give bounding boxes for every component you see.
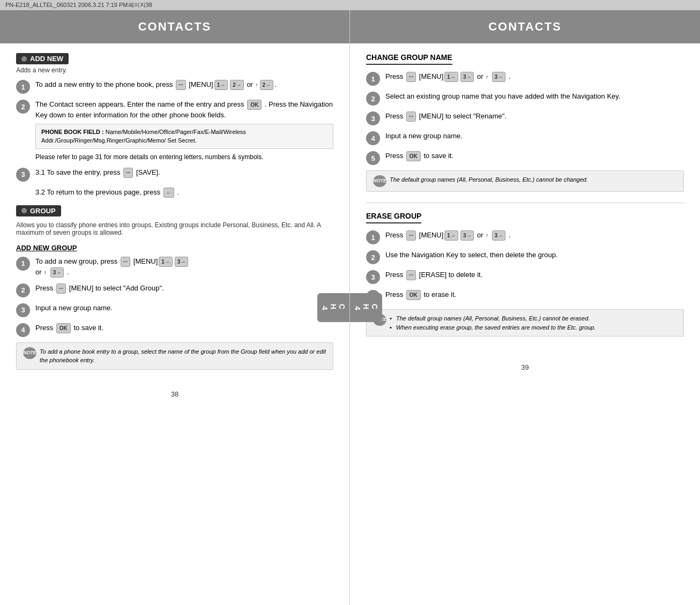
nav-eg2: 3→ xyxy=(460,230,474,241)
up-icon: ↑ xyxy=(256,81,258,89)
left-page-number: 38 xyxy=(0,385,349,404)
note-group-text: To add a phone book entry to a group, se… xyxy=(40,347,326,365)
step-item: 2 Select an existing group name that you… xyxy=(366,91,684,106)
step-3-2-text: 3.2 To return to the previous page, pres… xyxy=(16,187,333,198)
step-item: 1 To add a new group, press ··· [MENU]1→… xyxy=(16,256,333,278)
step-circle-3: 3 xyxy=(16,168,30,182)
eg-circle-1: 1 xyxy=(366,230,380,244)
group-step-circle-1: 1 xyxy=(16,257,30,271)
menu-icon-cg1: ··· xyxy=(406,72,416,82)
nav-cg1: 1→ xyxy=(444,72,458,82)
cg-circle-3: 3 xyxy=(366,111,380,125)
cg-step-2: Select an existing group name that you h… xyxy=(385,91,684,102)
add-new-steps: 1 To add a new entry to the phone book, … xyxy=(16,79,333,182)
cg-step-1: Press ··· [MENU]1→3→ or ↑ 3→ . xyxy=(385,71,684,82)
top-bar: PN-E218_ALLTEL_060321 2006.3.21 7:19 PM페… xyxy=(0,0,700,10)
menu-icon-g: ··· xyxy=(121,257,130,267)
eg-step-1: Press ··· [MENU]1→3→ or ↑ 3→ . xyxy=(385,230,684,241)
save-btn-icon: ··· xyxy=(123,168,133,178)
add-new-subtitle: Adds a new entry. xyxy=(16,66,333,74)
back-icon: ← xyxy=(163,188,174,198)
group-step-circle-3: 3 xyxy=(16,303,30,317)
eg-step-4: Press OK to erase it. xyxy=(385,289,684,300)
note-erase-group-content: The default group names (All, Personal, … xyxy=(390,314,677,332)
change-group-heading: CHANGE GROUP NAME xyxy=(366,53,452,65)
step-item: 4 Press OK to erase it. xyxy=(366,289,684,304)
eg-circle-3: 3 xyxy=(366,270,380,284)
erase-group-heading: ERASE GROUP xyxy=(366,212,421,223)
step-item: 3 Press ··· [MENU] to select "Rename". xyxy=(366,111,684,125)
step-item: 3 Press ··· [ERASE] to delete it. xyxy=(366,270,684,284)
add-new-group-heading: ADD NEW GROUP xyxy=(16,244,333,252)
right-page-number: 39 xyxy=(350,358,700,377)
eg-step-2: Use the Navigation Key to select, then d… xyxy=(385,250,684,260)
right-header-banner: CONTACTS xyxy=(350,10,700,43)
nav-g2: 3→ xyxy=(175,257,189,267)
note-icon: NOTE xyxy=(23,347,36,359)
cg-circle-5: 5 xyxy=(366,151,380,165)
step-2-text: The Contact screen appears. Enter the na… xyxy=(35,99,333,162)
cg-step-3: Press ··· [MENU] to select "Rename". xyxy=(385,111,684,122)
group-step-2-text: Press ··· [MENU] to select "Add Group". xyxy=(35,283,333,294)
note-change-group-text: The default group names (All, Personal, … xyxy=(390,175,677,184)
step-item: 3 Input a new group name. xyxy=(16,303,333,317)
step-item: 4 Input a new group name. xyxy=(366,131,684,145)
page-left: CONTACTS ADD NEW Adds a new entry. 1 To … xyxy=(0,10,350,605)
step-item: 2 Press ··· [MENU] to select "Add Group"… xyxy=(16,283,333,297)
erase-note-item-1: The default group names (All, Personal, … xyxy=(390,314,677,323)
cg-circle-2: 2 xyxy=(366,92,380,106)
please-refer-text: Please refer to page 31 for more details… xyxy=(35,152,333,162)
eg-circle-2: 2 xyxy=(366,250,380,264)
ok-icon-g: OK xyxy=(56,323,71,333)
step-item: 1 Press ··· [MENU]1→3→ or ↑ 3→ . xyxy=(366,230,684,244)
up-g-icon: ↑ xyxy=(44,268,47,277)
nav-icon: 1→ xyxy=(214,80,228,90)
divider xyxy=(366,203,684,203)
up-cg: ↑ xyxy=(486,73,488,81)
num2b-icon: 2→ xyxy=(260,80,274,90)
ok-icon-cg: OK xyxy=(406,151,421,161)
left-page-content: ADD NEW Adds a new entry. 1 To add a new… xyxy=(0,53,349,385)
change-group-section: CHANGE GROUP NAME 1 Press ··· [MENU]1→3→… xyxy=(366,53,684,192)
erase-btn-icon: ··· xyxy=(406,270,416,280)
group-step-3-text: Input a new group name. xyxy=(35,303,333,313)
step-item: 4 Press OK to save it. xyxy=(16,323,333,337)
step-circle-2: 2 xyxy=(16,100,30,114)
step-3-text: 3.1 To save the entry, press ··· [SAVE]. xyxy=(35,167,333,178)
step-item: 3 3.1 To save the entry, press ··· [SAVE… xyxy=(16,167,333,182)
left-side-tab: C H 4 xyxy=(317,293,349,322)
step-circle-1: 1 xyxy=(16,80,30,94)
erase-note-list: The default group names (All, Personal, … xyxy=(390,314,677,332)
nav-eg1: 1→ xyxy=(444,230,458,241)
step-item: 2 The Contact screen appears. Enter the … xyxy=(16,99,333,162)
nav-cg2: 3→ xyxy=(460,72,474,82)
cg-step-5: Press OK to save it. xyxy=(385,151,684,161)
note-erase-group-box: NOTE The default group names (All, Perso… xyxy=(366,309,684,337)
change-group-steps: 1 Press ··· [MENU]1→3→ or ↑ 3→ . 2 Selec… xyxy=(366,71,684,165)
step-1-text: To add a new entry to the phone book, pr… xyxy=(35,79,333,90)
add-new-group-steps: 1 To add a new group, press ··· [MENU]1→… xyxy=(16,256,333,337)
group-step-circle-2: 2 xyxy=(16,283,30,297)
ok-icon: OK xyxy=(247,100,262,110)
note-change-group-box: NOTE The default group names (All, Perso… xyxy=(366,170,684,192)
erase-note-item-2: When executing erase group, the saved en… xyxy=(390,323,677,332)
step-item: 2 Use the Navigation Key to select, then… xyxy=(366,250,684,264)
group-section: GROUP Allows you to classify phone entri… xyxy=(16,205,333,370)
page-right: CONTACTS CHANGE GROUP NAME 1 Press ··· [… xyxy=(350,10,700,605)
step-item: 1 To add a new entry to the phone book, … xyxy=(16,79,333,94)
left-header-title: CONTACTS xyxy=(0,20,349,34)
step-item: 1 Press ··· [MENU]1→3→ or ↑ 3→ . xyxy=(366,71,684,86)
add-new-badge: ADD NEW xyxy=(16,53,69,64)
note-icon-cg: NOTE xyxy=(373,175,386,187)
menu-icon-g2: ··· xyxy=(56,283,66,294)
cg-circle-4: 4 xyxy=(366,131,380,145)
menu-icon-eg1: ··· xyxy=(406,230,416,241)
eg-step-3: Press ··· [ERASE] to delete it. xyxy=(385,270,684,280)
up-eg: ↑ xyxy=(486,231,488,240)
ok-icon-eg: OK xyxy=(406,290,421,300)
group-subtitle: Allows you to classify phone entries int… xyxy=(16,221,333,236)
left-header-banner: CONTACTS xyxy=(0,10,349,43)
phonebook-box: PHONE BOOK FIELD : Name/Mobile/Home/Offi… xyxy=(35,124,333,149)
num3-cg: 3→ xyxy=(492,72,506,82)
group-step-4-text: Press OK to save it. xyxy=(35,323,333,333)
